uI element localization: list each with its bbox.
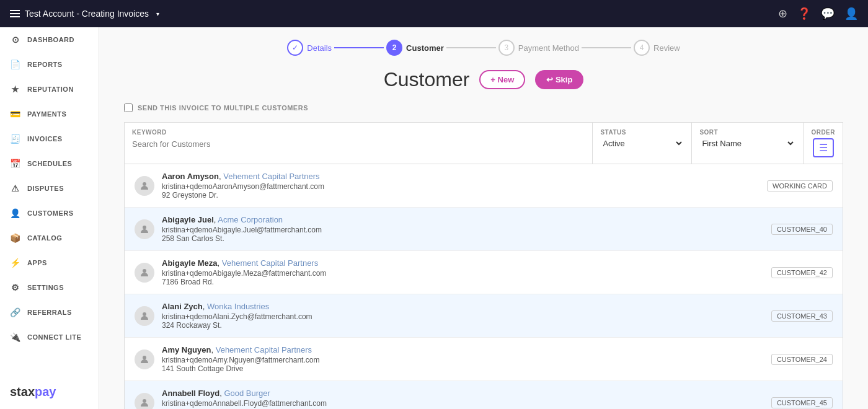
svg-point-4 [143, 356, 146, 359]
customer-name: Aaron Amyson, Vehement Capital Partners [162, 172, 767, 181]
sidebar-item-apps[interactable]: ⚡ Apps [0, 250, 99, 275]
customer-name: Abigayle Juel, Acme Corporation [162, 215, 771, 224]
help-icon[interactable]: ❓ [797, 7, 811, 20]
nav-icons: ⊕ ❓ 💬 👤 [778, 7, 858, 20]
sidebar-item-settings[interactable]: ⚙ Settings [0, 275, 99, 300]
customer-address: 324 Rockaway St. [162, 321, 771, 330]
filter-status-group: Status Active Inactive All [593, 123, 692, 164]
customer-info: Annabell Floyd, Good Burger kristina+qde… [162, 389, 771, 409]
step-customer: 2 Customer [386, 40, 444, 56]
customer-name: Annabell Floyd, Good Burger [162, 389, 771, 398]
customer-info: Abigayle Juel, Acme Corporation kristina… [162, 215, 771, 243]
sidebar-label-apps: Apps [27, 259, 47, 266]
customer-address: 258 San Carlos St. [162, 234, 771, 243]
catalog-icon: 📦 [10, 233, 21, 243]
customer-badge: CUSTOMER_43 [771, 310, 833, 322]
sidebar-label-disputes: Disputes [27, 185, 64, 192]
invoice-area: Send this invoice to multiple customers … [99, 103, 868, 409]
step-line-2 [446, 47, 496, 48]
sidebar-label-dashboard: Dashboard [27, 36, 74, 43]
sidebar-item-reports[interactable]: 📄 Reports [0, 52, 99, 77]
sidebar-label-invoices: Invoices [27, 135, 63, 143]
sidebar-label-reports: Reports [27, 61, 63, 68]
user-icon[interactable]: 👤 [844, 7, 858, 20]
hamburger-menu[interactable] [10, 10, 20, 17]
filter-sort-group: Sort First Name Last Name Email [692, 123, 804, 164]
customer-email: kristina+qdemoAbigayle.Juel@fattmerchant… [162, 226, 771, 234]
customer-avatar [135, 306, 154, 326]
customer-address: 141 South Cottage Drive [162, 364, 771, 373]
sidebar-label-referrals: Referrals [27, 309, 72, 316]
customer-badge: CUSTOMER_42 [771, 267, 833, 278]
customer-row[interactable]: Alani Zych, Wonka Industries kristina+qd… [125, 294, 843, 338]
sidebar-label-payments: Payments [27, 110, 66, 118]
customer-row[interactable]: Amy Nguyen, Vehement Capital Partners kr… [125, 338, 843, 381]
order-button[interactable]: ☰ [813, 138, 834, 157]
add-icon[interactable]: ⊕ [778, 7, 787, 20]
status-select[interactable]: Active Inactive All [600, 138, 684, 149]
step-payment-method: 3 Payment Method [498, 40, 579, 56]
svg-point-5 [143, 399, 146, 403]
sidebar-label-customers: Customers [27, 209, 74, 217]
sidebar-item-referrals[interactable]: 🔗 Referrals [0, 300, 99, 325]
customer-info: Alani Zych, Wonka Industries kristina+qd… [162, 302, 771, 330]
progress-stepper: ✓ Details 2 Customer 3 Payment Method 4 … [99, 27, 868, 62]
filter-order-group: Order ☰ [804, 123, 843, 164]
customer-badge: CUSTOMER_40 [771, 224, 833, 235]
payments-icon: 💳 [10, 109, 21, 119]
logo-stax: stax [10, 385, 35, 398]
order-label: Order [811, 129, 835, 136]
customer-row[interactable]: Abigayle Meza, Vehement Capital Partners… [125, 251, 843, 294]
customer-row[interactable]: Abigayle Juel, Acme Corporation kristina… [125, 208, 843, 251]
sort-select[interactable]: First Name Last Name Email [699, 138, 795, 149]
sidebar-item-reputation[interactable]: ★ Reputation [0, 77, 99, 102]
settings-icon: ⚙ [10, 283, 21, 292]
sidebar-label-connect-lite: Connect Lite [27, 333, 81, 341]
sidebar-item-dashboard[interactable]: ⊙ Dashboard [0, 27, 99, 52]
step-label-customer: Customer [406, 43, 444, 53]
svg-point-0 [143, 182, 146, 186]
sidebar-item-customers[interactable]: 👤 Customers [0, 201, 99, 226]
reports-icon: 📄 [10, 59, 21, 69]
sidebar-label-catalog: Catalog [27, 234, 62, 242]
sidebar-item-schedules[interactable]: 📅 Schedules [0, 151, 99, 176]
customer-info: Amy Nguyen, Vehement Capital Partners kr… [162, 345, 771, 373]
customers-icon: 👤 [10, 208, 21, 218]
schedules-icon: 📅 [10, 159, 21, 169]
sidebar-item-disputes[interactable]: ⚠ Disputes [0, 176, 99, 201]
step-review: 4 Review [634, 40, 680, 56]
skip-button[interactable]: ↩ Skip [535, 70, 583, 89]
sidebar-label-schedules: Schedules [27, 160, 72, 167]
svg-point-3 [143, 312, 146, 316]
customer-avatar [135, 393, 154, 410]
status-label: Status [600, 129, 684, 136]
step-details: ✓ Details [287, 40, 332, 56]
customer-row[interactable]: Annabell Floyd, Good Burger kristina+qde… [125, 381, 843, 409]
customer-email: kristina+qdemoAaronAmyson@fattmerchant.c… [162, 182, 767, 191]
step-circle-customer: 2 [386, 40, 402, 56]
customer-row[interactable]: Aaron Amyson, Vehement Capital Partners … [125, 164, 843, 208]
new-customer-button[interactable]: + New [479, 70, 525, 89]
disputes-icon: ⚠ [10, 183, 21, 193]
send-multiple-checkbox[interactable] [124, 103, 133, 112]
sidebar-item-catalog[interactable]: 📦 Catalog [0, 226, 99, 250]
chat-icon[interactable]: 💬 [821, 7, 835, 20]
account-title: Test Account - Creating Invoices [25, 9, 149, 19]
invoices-icon: 🧾 [10, 134, 21, 144]
customer-info: Abigayle Meza, Vehement Capital Partners… [162, 258, 771, 286]
customer-address: 7186 Broad Rd. [162, 278, 771, 286]
page-title: Customer [384, 68, 470, 91]
step-label-payment: Payment Method [518, 43, 579, 53]
customer-info: Aaron Amyson, Vehement Capital Partners … [162, 172, 767, 200]
dashboard-icon: ⊙ [10, 35, 21, 45]
search-input[interactable] [132, 138, 585, 150]
step-circle-details: ✓ [287, 40, 303, 56]
top-nav: Test Account - Creating Invoices ▾ ⊕ ❓ 💬… [0, 0, 868, 27]
referrals-icon: 🔗 [10, 307, 21, 317]
sidebar-item-connect-lite[interactable]: 🔌 Connect Lite [0, 325, 99, 350]
sidebar-item-invoices[interactable]: 🧾 Invoices [0, 126, 99, 151]
svg-point-1 [143, 226, 146, 229]
customer-address: 92 Greystone Dr. [162, 191, 767, 200]
sidebar-item-payments[interactable]: 💳 Payments [0, 102, 99, 126]
account-dropdown-arrow[interactable]: ▾ [156, 11, 159, 17]
